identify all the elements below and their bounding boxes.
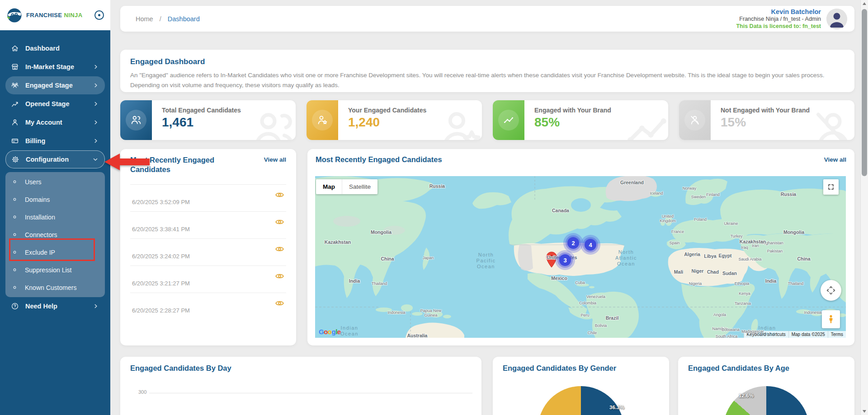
configuration-submenu: Users Domains Installation Connectors Ex…	[5, 172, 105, 297]
street-view-pegman-button[interactable]	[822, 310, 840, 328]
home-icon	[11, 44, 19, 52]
view-candidate-eye-icon[interactable]	[275, 298, 284, 308]
map-country-label: China	[797, 256, 810, 261]
engagement-timestamp: 6/20/2025 3:24:02 PM	[132, 253, 190, 260]
map-country-label: Sweden	[691, 195, 706, 199]
recent-row: 6/20/2025 3:24:02 PM	[130, 239, 286, 266]
trend-watermark-icon	[622, 106, 668, 140]
map-country-label: Mongolia	[371, 229, 392, 235]
page-title: Engaged Dashboard	[130, 57, 844, 66]
sidebar-item-billing[interactable]: Billing	[5, 132, 105, 150]
chevron-right-icon	[92, 63, 99, 70]
help-icon	[11, 302, 19, 310]
franchise-ninja-dashboard: FRANCHISE NINJA Dashboard In-Market Stag…	[0, 0, 868, 415]
stat-card-not-engaged: Not Engaged with Your Brand 15%	[679, 100, 854, 140]
map-country-label: Saudi Arabia	[738, 257, 761, 261]
recent-row: 6/20/2025 3:21:27 PM	[130, 266, 286, 293]
satellite-button[interactable]: Satellite	[342, 179, 377, 194]
sidebar-subitem-exclude-ip[interactable]: Exclude IP	[5, 243, 105, 261]
gear-icon	[11, 155, 19, 163]
sidebar-item-dashboard[interactable]: Dashboard	[5, 39, 105, 57]
stat-card-total-engaged: Total Engaged Candidates 1,461	[120, 100, 296, 140]
annotation-arrow	[104, 154, 150, 172]
age-pie-chart	[723, 386, 809, 415]
breadcrumb-current[interactable]: Dashboard	[168, 15, 200, 23]
sidebar-item-engaged-stage[interactable]: Engaged Stage	[5, 76, 105, 94]
google-logo[interactable]: Google	[319, 328, 341, 336]
map-country-label: China	[381, 256, 394, 261]
map-view-all-link[interactable]: View all	[824, 156, 846, 163]
map-country-label: Pakistan	[767, 249, 783, 253]
sidebar-subitem-installation[interactable]: Installation	[5, 208, 105, 226]
sidebar-nav: Dashboard In-Market Stage Engaged Stage …	[0, 30, 110, 316]
map-attribution-item[interactable]: Terms	[828, 331, 846, 338]
sidebar-subitem-known-customers[interactable]: Known Customers	[5, 279, 105, 296]
page-scrollbar[interactable]	[860, 0, 868, 415]
person-icon	[11, 118, 19, 126]
map-attribution-item[interactable]: Map data ©2025	[788, 331, 828, 338]
brand-logo-icon	[6, 7, 23, 23]
sidebar-toggle-icon[interactable]	[94, 10, 104, 20]
stat-icon-block	[307, 100, 338, 140]
sidebar-item-in-market-stage[interactable]: In-Market Stage	[5, 58, 105, 76]
map-country-label: Chile	[588, 331, 597, 335]
view-candidate-eye-icon[interactable]	[275, 271, 284, 281]
sidebar: FRANCHISE NINJA Dashboard In-Market Stag…	[0, 0, 110, 415]
y-axis-tick: 300	[138, 389, 146, 395]
fullscreen-button[interactable]	[823, 179, 839, 195]
circle-bullet-icon	[12, 284, 18, 290]
pan-control-button[interactable]	[821, 280, 841, 301]
engagement-timestamp: 6/20/2025 3:21:27 PM	[132, 280, 190, 287]
by-gender-chart-card: Engaged Candidates By Gender 36.3%	[493, 357, 669, 415]
stat-value: 1,240	[348, 115, 426, 130]
map-cluster-marker[interactable]: 3	[555, 250, 575, 270]
sidebar-subitem-users[interactable]: Users	[5, 173, 105, 191]
chevron-right-icon	[92, 119, 99, 126]
map-country-label: Thailand	[372, 281, 387, 286]
map-canvas[interactable]: Map Satellite Google Keyboard shortcutsM…	[315, 176, 846, 338]
recent-row: 6/20/2025 3:38:41 PM	[130, 212, 286, 239]
by-day-chart-card: Engaged Candidates By Day 300	[120, 357, 481, 415]
map-cluster-marker[interactable]: 4	[580, 235, 600, 255]
sidebar-item-opened-stage[interactable]: Opened Stage	[5, 95, 105, 113]
view-candidate-eye-icon[interactable]	[275, 217, 284, 227]
sidebar-item-need-help[interactable]: Need Help	[5, 297, 105, 315]
map-country-label: Turkey	[730, 234, 742, 238]
avatar[interactable]	[826, 9, 847, 29]
trend-icon	[498, 110, 519, 131]
view-candidate-eye-icon[interactable]	[275, 190, 284, 200]
scrollbar-thumb[interactable]	[862, 9, 867, 176]
page-description: An "Engaged" audience refers to In-Marke…	[130, 70, 844, 90]
recent-rows: 6/20/2025 3:52:09 PM 6/20/2025 3:38:41 P…	[130, 184, 286, 320]
map-country-label: Tanzania	[735, 301, 751, 306]
breadcrumb-home-link[interactable]: Home	[136, 15, 153, 23]
stat-card-your-engaged: Your Engaged Candidates 1,240	[307, 100, 482, 140]
pie-slice-label: 12.6%	[739, 393, 754, 398]
breadcrumb: Home / Dashboard	[136, 15, 736, 23]
map-country-label: UnitedKingdom	[660, 214, 676, 223]
map-country-label: Finland	[706, 192, 720, 197]
map-country-label: India	[765, 278, 777, 284]
brand-name: FRANCHISE NINJA	[26, 12, 94, 19]
user-block[interactable]: Kevin Batchelor Franchise Ninja / fn_tes…	[736, 8, 847, 30]
sidebar-item-my-account[interactable]: My Account	[5, 113, 105, 131]
license-text: This Data is licensed to: fn_test	[736, 23, 821, 30]
person-slash-icon	[684, 110, 705, 131]
by-age-chart-card: Engaged Candidates By Age 12.6%	[678, 357, 854, 415]
sidebar-subitem-suppression-list[interactable]: Suppression List	[5, 261, 105, 279]
sidebar-item-configuration[interactable]: Configuration	[5, 150, 105, 168]
map-country-label: Bolivia	[595, 323, 607, 328]
scrollbar-down-arrow[interactable]	[863, 410, 866, 413]
scrollbar-up-arrow[interactable]	[863, 2, 866, 5]
map-ocean-label: IndianOcean	[340, 325, 359, 337]
map-button[interactable]: Map	[316, 179, 342, 194]
map-country-label: Australia	[407, 333, 428, 338]
engagement-timestamp: 6/20/2025 3:52:09 PM	[132, 199, 190, 205]
map-country-label: Mexico	[551, 275, 567, 281]
engaged-dashboard-card: Engaged Dashboard An "Engaged" audience …	[120, 50, 854, 92]
map-country-label: Thailand	[788, 281, 804, 286]
sidebar-subitem-connectors[interactable]: Connectors	[5, 226, 105, 243]
view-candidate-eye-icon[interactable]	[275, 244, 284, 254]
sidebar-subitem-domains[interactable]: Domains	[5, 191, 105, 208]
recent-view-all-link[interactable]: View all	[264, 156, 286, 163]
